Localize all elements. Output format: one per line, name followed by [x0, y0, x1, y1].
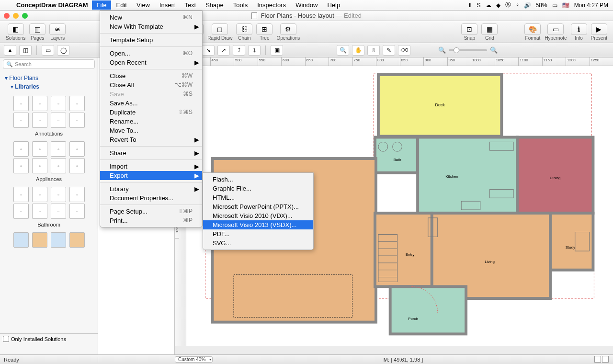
zoom-in-icon[interactable]: 🔍: [490, 46, 498, 54]
toolbar-hypernote[interactable]: ▭Hypernote: [543, 23, 568, 41]
menu-item-open-recent[interactable]: Open Recent▶: [100, 58, 202, 67]
library-item[interactable]: [32, 232, 47, 248]
library-item[interactable]: ▫: [13, 187, 29, 202]
menu-item-move-to-[interactable]: Move To...: [100, 126, 202, 135]
menu-inspectors[interactable]: Inspectors: [252, 0, 291, 10]
menu-item-export[interactable]: Export▶: [100, 171, 202, 180]
library-item[interactable]: ▫: [69, 96, 85, 111]
library-item[interactable]: ▫: [13, 113, 29, 128]
connector-tool[interactable]: ⤴: [233, 45, 245, 56]
toolbar-button[interactable]: ▥: [29, 23, 45, 35]
menu-item-save-as-[interactable]: Save As...: [100, 99, 202, 108]
menu-item-share[interactable]: Share▶: [100, 148, 202, 158]
eyedropper-tool[interactable]: ✎: [383, 45, 395, 56]
container-tool[interactable]: ▣: [271, 45, 283, 56]
eraser-tool[interactable]: ⌫: [398, 45, 410, 56]
export-item-microsoft-powerpoint-pptx-[interactable]: Microsoft PowerPoint (PPTX)...: [203, 202, 313, 211]
toolbar-button[interactable]: ⊞: [256, 23, 272, 35]
toolbar-present[interactable]: ▶Present: [589, 23, 609, 41]
export-item-flash-[interactable]: Flash...: [203, 175, 313, 184]
library-item[interactable]: ▫: [69, 204, 85, 219]
library-item[interactable]: ▫: [51, 204, 66, 219]
library-search-input[interactable]: 🔍 Search: [3, 59, 95, 69]
pointer-tool[interactable]: ▲: [4, 45, 16, 56]
menu-item-document-properties-[interactable]: Document Properties...: [100, 193, 202, 203]
pan-tool[interactable]: ✋: [352, 45, 364, 56]
menu-item-rename-[interactable]: Rename...: [100, 117, 202, 126]
export-item-svg-[interactable]: SVG...: [203, 239, 313, 248]
menu-item-new-with-template[interactable]: New With Template▶: [100, 22, 202, 31]
library-item[interactable]: ▫: [13, 141, 29, 157]
zoom-out-icon[interactable]: 🔍: [438, 46, 446, 54]
toolbar-button[interactable]: ◧: [8, 23, 24, 35]
library-item[interactable]: [69, 232, 85, 248]
library-item[interactable]: ▫: [13, 158, 29, 173]
zoom-window-button[interactable]: [22, 13, 28, 19]
menu-insert[interactable]: Insert: [155, 0, 180, 10]
library-item[interactable]: ▫: [51, 113, 66, 128]
toolbar-snap[interactable]: ⊡Snap: [459, 23, 479, 41]
toolbar-button[interactable]: ⛓: [236, 23, 252, 35]
toolbar-tree[interactable]: ⊞Tree: [254, 23, 274, 41]
connector-tool[interactable]: ⤵: [248, 45, 261, 56]
toolbar-grid[interactable]: ▦Grid: [479, 23, 499, 41]
rect-tool[interactable]: ▭: [42, 45, 54, 56]
battery-icon[interactable]: ▭: [552, 2, 557, 9]
status-icon[interactable]: ◆: [496, 2, 500, 9]
status-icon[interactable]: ☁: [486, 2, 491, 9]
export-item-pdf-[interactable]: PDF...: [203, 229, 313, 239]
zoom-slider[interactable]: 🔍 🔍: [438, 46, 498, 54]
library-item[interactable]: ▫: [32, 187, 47, 202]
toolbar-layers[interactable]: ≋Layers: [47, 23, 68, 41]
status-icon[interactable]: ⬆: [467, 2, 472, 9]
library-item[interactable]: ▫: [51, 96, 66, 111]
toolbar-operations[interactable]: ⚙Operations: [274, 23, 302, 41]
wifi-icon[interactable]: ⌔: [516, 2, 519, 9]
menu-item-revert-to[interactable]: Revert To▶: [100, 135, 202, 144]
skype-icon[interactable]: Ⓢ: [505, 1, 511, 9]
library-item[interactable]: ▫: [69, 158, 85, 173]
tree-child[interactable]: ▾ Libraries: [5, 82, 93, 91]
toolbar-button[interactable]: ℹ: [571, 23, 587, 35]
toolbar-chain[interactable]: ⛓Chain: [234, 23, 254, 41]
library-item[interactable]: ▫: [32, 113, 47, 128]
menu-item-library[interactable]: Library▶: [100, 184, 202, 193]
tree-root[interactable]: ▾ Floor Plans: [5, 74, 93, 82]
library-item[interactable]: ▫: [69, 141, 85, 157]
library-item[interactable]: ▫: [69, 187, 85, 202]
page-nav[interactable]: [594, 356, 613, 364]
library-item[interactable]: ▫: [32, 141, 47, 157]
menu-item-duplicate[interactable]: Duplicate⇧⌘S: [100, 108, 202, 117]
toolbar-button[interactable]: ▦: [481, 23, 498, 35]
menu-item-template-setup[interactable]: Template Setup: [100, 35, 202, 45]
library-item[interactable]: ▫: [32, 158, 47, 173]
menu-item-new[interactable]: New⌘N: [100, 13, 202, 22]
menu-item-print-[interactable]: Print...⌘P: [100, 216, 202, 225]
tool[interactable]: ⇩: [367, 45, 380, 56]
menu-text[interactable]: Text: [180, 0, 201, 10]
menu-help[interactable]: Help: [322, 0, 345, 10]
library-item[interactable]: ▫: [51, 141, 66, 157]
menu-tools[interactable]: Tools: [228, 0, 252, 10]
menu-file[interactable]: File: [92, 0, 112, 10]
ellipse-tool[interactable]: ◯: [57, 45, 69, 56]
toolbar-button[interactable]: ⊡: [461, 23, 477, 35]
connector-tool[interactable]: ↗: [217, 45, 230, 56]
toolbar-format[interactable]: 🎨Format: [522, 23, 543, 41]
close-window-button[interactable]: [4, 13, 10, 19]
toolbar-pages[interactable]: ▥Pages: [27, 23, 47, 41]
library-item[interactable]: ▫: [13, 204, 29, 219]
toolbar-button[interactable]: 🎨: [524, 23, 541, 35]
export-item-microsoft-visio-vdx-[interactable]: Microsoft Visio 2010 (VDX)...: [203, 211, 313, 220]
library-item[interactable]: ▫: [69, 113, 85, 128]
volume-icon[interactable]: 🔊: [524, 2, 531, 9]
menu-edit[interactable]: Edit: [111, 0, 131, 10]
menu-view[interactable]: View: [132, 0, 155, 10]
toolbar-button[interactable]: ▶: [591, 23, 607, 35]
flag-icon[interactable]: 🇺🇸: [562, 2, 569, 9]
zoom-select[interactable]: Custom 40%: [175, 356, 213, 363]
toolbar-button[interactable]: ⚙: [280, 23, 296, 35]
export-item-microsoft-visio-vsdx-[interactable]: Microsoft Visio 2013 (VSDX)...: [203, 220, 313, 229]
export-item-graphic-file-[interactable]: Graphic File...: [203, 184, 313, 193]
menu-item-import[interactable]: Import▶: [100, 162, 202, 171]
